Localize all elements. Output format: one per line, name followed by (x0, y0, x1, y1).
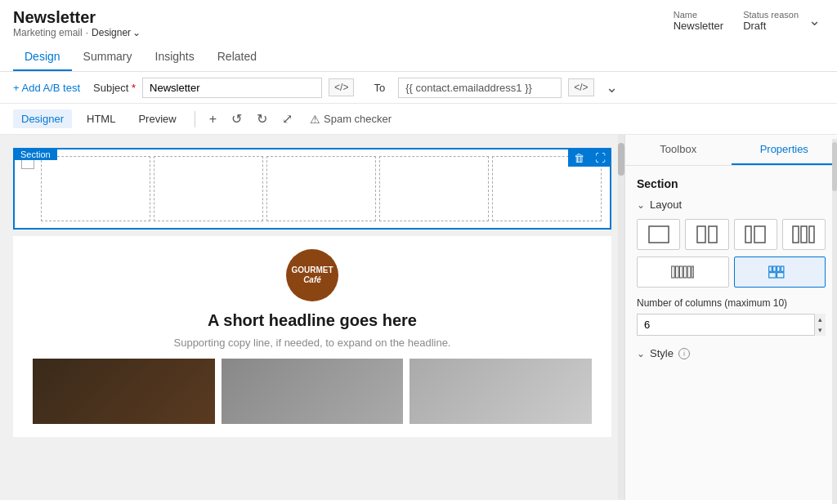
section-block[interactable]: Section 🗑 ⛶ (13, 148, 611, 230)
subject-label: Subject * (93, 82, 136, 94)
canvas-scroll[interactable]: Section 🗑 ⛶ (0, 135, 624, 500)
column-3 (266, 156, 376, 221)
svg-rect-11 (684, 266, 687, 278)
designer-view-button[interactable]: Designer (13, 109, 72, 128)
email-content: GOURMETCafé A short headline goes here S… (13, 236, 611, 437)
svg-rect-16 (777, 266, 780, 271)
scrollbar-thumb (618, 143, 624, 176)
style-info-icon[interactable]: i (678, 348, 690, 359)
columns-decrement-button[interactable]: ▾ (814, 325, 826, 337)
style-collapse[interactable]: ⌄ Style i (637, 347, 826, 359)
layout-collapse[interactable]: ⌄ Layout (637, 198, 826, 211)
main-tabs: Design Summary Insights Related (13, 43, 824, 71)
layout-wide-icon (768, 262, 791, 282)
image-3 (410, 359, 592, 424)
to-input[interactable] (398, 78, 562, 98)
svg-rect-10 (680, 266, 683, 278)
delete-section-button[interactable]: 🗑 (568, 149, 589, 167)
layout-three-equal-icon (792, 225, 815, 244)
logo-circle: GOURMETCafé (286, 249, 338, 301)
supporting-text: Supporting copy line, if needed, to expa… (26, 337, 598, 349)
section-badge: Section (14, 149, 57, 160)
to-section: To </> ⌄ (364, 77, 622, 98)
spam-checker-button[interactable]: ⚠ Spam checker (303, 110, 398, 128)
svg-rect-17 (781, 266, 784, 271)
undo-button[interactable]: ↺ (227, 109, 246, 129)
properties-tab[interactable]: Properties (732, 135, 838, 165)
app-subtitle: Marketing email · Designer ⌄ (13, 27, 141, 38)
svg-rect-4 (754, 226, 765, 243)
tab-design[interactable]: Design (13, 43, 72, 71)
preview-view-button[interactable]: Preview (130, 109, 184, 128)
layout-two-equal[interactable] (685, 219, 728, 250)
toolbar-divider (195, 111, 195, 127)
column-1 (41, 156, 150, 221)
image-1 (33, 359, 215, 424)
image-row (26, 359, 598, 424)
svg-rect-9 (676, 266, 679, 278)
expand-section-button[interactable]: ⛶ (589, 149, 611, 167)
layout-two-unequal[interactable] (734, 219, 777, 250)
svg-rect-19 (777, 273, 783, 278)
svg-rect-5 (793, 226, 799, 243)
layout-three-equal[interactable] (782, 219, 826, 250)
designer-link[interactable]: Designer ⌄ (92, 27, 141, 38)
svg-rect-7 (809, 226, 814, 243)
canvas-scrollbar[interactable] (618, 135, 624, 500)
columns-input-wrap: ▴ ▾ (637, 314, 826, 336)
layout-six-icon (671, 262, 694, 282)
redo-button[interactable]: ↻ (253, 109, 271, 129)
svg-rect-0 (649, 226, 669, 243)
svg-rect-3 (745, 226, 751, 243)
columns-spinner: ▴ ▾ (814, 314, 826, 336)
required-star: * (128, 82, 136, 94)
add-element-button[interactable]: + (205, 109, 221, 129)
panel-body: Section ⌄ Layout (625, 166, 837, 371)
columns-increment-button[interactable]: ▴ (814, 314, 826, 325)
layout-label: Layout (650, 198, 682, 211)
svg-rect-8 (672, 266, 675, 278)
image-2 (222, 359, 404, 424)
chevron-down-icon[interactable]: ⌄ (132, 27, 141, 38)
layout-wide-selected[interactable] (734, 256, 826, 288)
layout-two-equal-icon (696, 225, 718, 244)
header: Newsletter Marketing email · Designer ⌄ … (0, 0, 837, 72)
toolbox-tab[interactable]: Toolbox (625, 135, 732, 165)
to-label: To (374, 82, 385, 94)
layout-single[interactable] (637, 219, 680, 250)
style-chevron-icon: ⌄ (637, 348, 645, 359)
title-area: Newsletter Marketing email · Designer ⌄ (13, 8, 141, 38)
svg-rect-2 (709, 226, 717, 243)
meta-name: Name Newsletter (674, 10, 723, 32)
layout-two-unequal-icon (744, 225, 767, 244)
to-expand-button[interactable]: ⌄ (601, 77, 623, 98)
ab-test-section: + Add A/B test (13, 82, 80, 94)
tab-summary[interactable]: Summary (72, 43, 144, 71)
subtitle-sep: · (86, 27, 88, 38)
subject-code-button[interactable]: </> (329, 78, 354, 96)
header-right: Name Newsletter Status reason Draft ⌄ (674, 8, 824, 33)
add-ab-test-button[interactable]: + Add A/B test (13, 82, 80, 94)
style-label: Style (650, 347, 674, 359)
expand-button[interactable]: ⤢ (278, 109, 297, 129)
html-view-button[interactable]: HTML (78, 109, 123, 128)
svg-rect-14 (768, 266, 772, 271)
panel-section-title: Section (637, 177, 826, 190)
header-expand-button[interactable]: ⌄ (805, 8, 824, 33)
columns-input[interactable] (637, 314, 826, 336)
subject-section: Subject * </> (93, 78, 354, 98)
meta-status: Status reason Draft (743, 10, 799, 32)
tab-related[interactable]: Related (206, 43, 268, 71)
subject-input[interactable] (142, 78, 322, 98)
tab-insights[interactable]: Insights (144, 43, 206, 71)
layout-six[interactable] (637, 256, 729, 288)
columns-count-label: Number of columns (maximum 10) (637, 297, 826, 309)
svg-rect-18 (768, 273, 775, 278)
svg-rect-6 (801, 226, 807, 243)
to-code-button[interactable]: </> (568, 78, 593, 96)
section-actions: 🗑 ⛶ (568, 149, 611, 167)
column-2 (154, 156, 263, 221)
view-toolbar: Designer HTML Preview + ↺ ↻ ⤢ ⚠ Spam che… (0, 104, 837, 135)
layout-grid-row1 (637, 219, 826, 250)
svg-rect-12 (688, 266, 692, 278)
